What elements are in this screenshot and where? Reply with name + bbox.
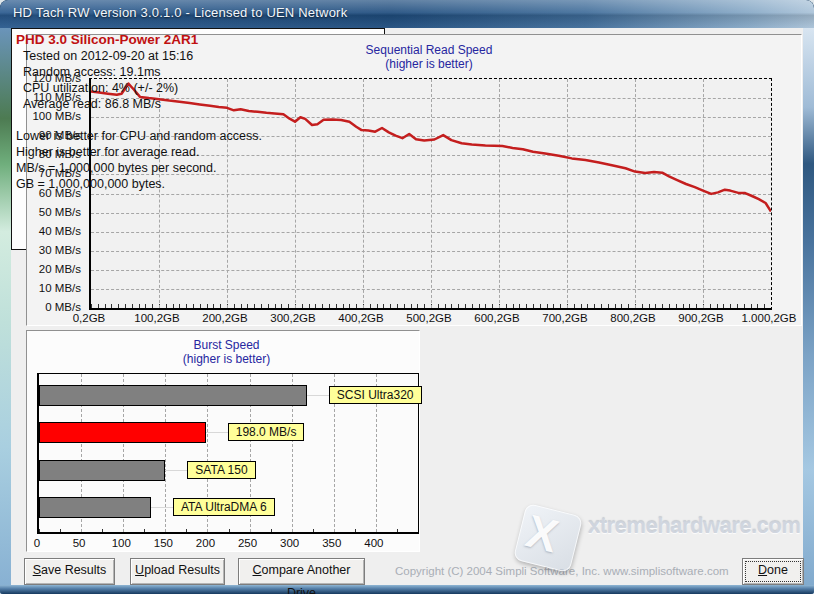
burst-chart-subtitle: (higher is better) (37, 352, 416, 366)
cpu-utilization-line: CPU utilization: 4% (+/- 2%) (16, 80, 799, 96)
note-lower-better: Lower is better for CPU and random acces… (16, 128, 799, 144)
burst-bar-label: ATA UltraDMA 6 (173, 498, 275, 516)
window-content: Sequential Read Speed (higher is better)… (11, 28, 803, 585)
bar-label-connector (165, 470, 187, 471)
burst-chart-title-text: Burst Speed (37, 338, 416, 352)
read-y-tick-label: 10 MB/s (21, 282, 81, 294)
burst-bar (39, 385, 307, 406)
random-access-line: Random access: 19.1ms (16, 64, 799, 80)
tested-on-line: Tested on 2012-09-20 at 15:16 (16, 48, 799, 64)
bar-label-connector (206, 432, 228, 433)
window-frame-right (803, 28, 814, 594)
window-title: HD Tach RW version 3.0.1.0 - Licensed to… (13, 5, 347, 20)
burst-x-tick-label: 400 (332, 537, 416, 549)
window-frame-left (0, 28, 11, 594)
burst-speed-panel: Burst Speed (higher is better) SCSI Ultr… (26, 330, 420, 552)
note-gb-def: GB = 1,000,000,000 bytes. (16, 176, 799, 192)
read-y-tick-label: 40 MB/s (21, 225, 81, 237)
window-titlebar[interactable]: HD Tach RW version 3.0.1.0 - Licensed to… (0, 0, 814, 29)
bar-label-connector (307, 395, 329, 396)
average-read-line: Average read: 86.8 MB/s (16, 96, 799, 112)
bar-label-connector (151, 507, 173, 508)
burst-bar-label: SCSI Ultra320 (329, 386, 422, 404)
burst-bar (39, 460, 165, 481)
copyright-text: Copyright (C) 2004 Simpli Software, Inc.… (395, 565, 735, 577)
burst-bar-label: 198.0 MB/s (228, 423, 305, 441)
burst-bar (39, 497, 151, 518)
hd-tach-window: HD Tach RW version 3.0.1.0 - Licensed to… (0, 0, 814, 594)
burst-bar-label: SATA 150 (187, 461, 255, 479)
burst-bar (39, 422, 206, 443)
burst-chart-title: Burst Speed (higher is better) (37, 338, 416, 366)
compare-another-drive-button[interactable]: Compare Another Drive (238, 558, 365, 585)
window-frame-bottom (0, 585, 814, 594)
read-x-tick-label: 1.000,2GB (727, 312, 811, 324)
done-button[interactable]: Done (742, 558, 804, 585)
upload-results-button[interactable]: Upload Results (130, 558, 225, 585)
note-higher-better: Higher is better for average read. (16, 144, 799, 160)
note-mbs-def: MB/s = 1,000,000 bytes per second. (16, 160, 799, 176)
burst-speed-chart: SCSI Ultra320198.0 MB/sSATA 150ATA Ultra… (37, 373, 419, 534)
read-y-tick-label: 20 MB/s (21, 263, 81, 275)
read-y-tick-label: 50 MB/s (21, 206, 81, 218)
save-results-button[interactable]: Save Results (24, 558, 115, 585)
drive-name: PHD 3.0 Silicon-Power 2AR1 (16, 31, 799, 48)
read-y-tick-label: 30 MB/s (21, 244, 81, 256)
burst-x-axis-ticks (39, 529, 418, 532)
